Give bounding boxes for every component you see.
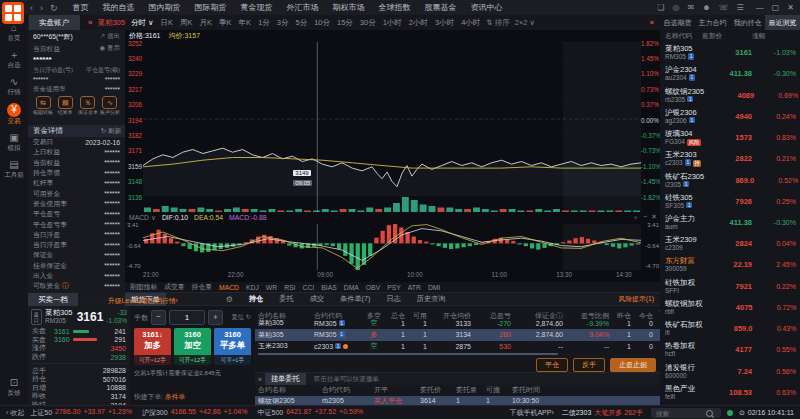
quote-row[interactable]: 铁矿石2305i23051869.00.52%: [660, 169, 800, 190]
quote-row[interactable]: 沪金2304au23041411.38-0.30%: [660, 63, 800, 84]
symbol-label[interactable]: 菜粕305: [97, 18, 125, 28]
period-周K[interactable]: 周K: [179, 18, 194, 28]
order-button-平多单[interactable]: 3160平多单: [214, 328, 251, 355]
quote-row[interactable]: 玉米2309c230928240.04%: [660, 233, 800, 254]
macd-tool-icon[interactable]: ＋: [632, 213, 639, 223]
show-toggle[interactable]: ◉ 显示: [100, 44, 120, 53]
period-季K[interactable]: 季K: [218, 18, 233, 28]
workspace-icon[interactable]: ❏: [657, 3, 664, 12]
depth-board-icon[interactable]: 盘口: [31, 309, 42, 325]
trade-tab-委托[interactable]: 委托: [271, 294, 301, 304]
trade-tab-日志[interactable]: 日志: [378, 294, 408, 304]
minimize-button[interactable]: —: [756, 3, 764, 12]
sidebar-item-watchlist[interactable]: ＋自选: [0, 49, 28, 69]
indicator-tab-持仓量[interactable]: 持仓量: [192, 282, 212, 292]
menu-item-6[interactable]: 外汇市场: [280, 2, 326, 13]
macd-plot[interactable]: [143, 224, 641, 270]
position-row[interactable]: 菜粕305RM3051空113133-2702,874.60-9.39%100: [255, 318, 660, 330]
service-icon[interactable]: ☏: [719, 3, 729, 12]
trade-tab-条件单(7)[interactable]: 条件单(7): [332, 294, 378, 304]
quote-row[interactable]: 硅铁305SF305179260.25%: [660, 191, 800, 212]
period-30分[interactable]: 30分: [359, 18, 377, 28]
expand-right-icon[interactable]: »: [650, 18, 654, 27]
indicator-tab-OBV[interactable]: OBV: [366, 284, 380, 291]
indicator-tab-DMI[interactable]: DMI: [428, 284, 440, 291]
price-plot[interactable]: 3149 09:05: [143, 42, 641, 212]
indicator-tab-KDJ[interactable]: KDJ: [246, 284, 259, 291]
qty-plus-button[interactable]: ＋: [208, 310, 223, 325]
indicator-tab-BIAS[interactable]: BIAS: [321, 284, 337, 291]
account-action-账户分析[interactable]: ∿账户分析: [99, 96, 121, 116]
logout-button[interactable]: ↗ 退出: [100, 32, 120, 41]
back-icon[interactable]: ‹: [30, 3, 33, 13]
period-1分[interactable]: 1分: [257, 18, 271, 28]
collapse-statusbar-button[interactable]: ‹ 收起: [6, 408, 24, 418]
user-icon[interactable]: ☻: [702, 3, 710, 12]
restore-button[interactable]: ▢: [772, 3, 780, 12]
period-3小时[interactable]: 3小时: [434, 18, 455, 28]
collapse-icon[interactable]: «: [258, 376, 262, 383]
quote-row[interactable]: 沪金主力aum411.38-0.30%: [660, 212, 800, 233]
indicator-tab-MACD[interactable]: MACD: [219, 284, 239, 291]
app-logo[interactable]: [2, 2, 24, 24]
period-4小时[interactable]: 4小时: [460, 18, 481, 28]
refresh-button[interactable]: ↻ 刷新: [101, 125, 121, 137]
tab-real-account[interactable]: 实盘账户: [28, 15, 80, 30]
menu-item-10[interactable]: 资讯中心: [464, 2, 510, 13]
sidebar-item-home[interactable]: ⌂首页: [0, 22, 28, 42]
indicator-tab-DMA[interactable]: DMA: [344, 284, 359, 291]
quote-tab-最近浏览[interactable]: 最近浏览: [765, 15, 800, 30]
quote-row[interactable]: 浦发银行6000007.240.56%: [660, 361, 800, 382]
search-icon[interactable]: [706, 410, 713, 417]
quote-row[interactable]: 东方财富30005922.192.45%: [660, 254, 800, 275]
period-日K[interactable]: 日K: [160, 18, 175, 28]
collapse-left-icon[interactable]: «: [88, 18, 92, 27]
feedback-button[interactable]: ⊡ 反馈: [0, 377, 28, 397]
sort-button[interactable]: ⇅ 排序: [486, 18, 509, 28]
button-反手[interactable]: 反手: [573, 358, 605, 372]
account-action-结算单[interactable]: ▤结算单: [54, 96, 76, 116]
menu-item-2[interactable]: 我的自选: [96, 2, 142, 13]
indicator-tab-CCI[interactable]: CCI: [303, 284, 315, 291]
quote-row[interactable]: 热卷加权hcfi41770.55%: [660, 339, 800, 360]
quote-row[interactable]: 螺纹钢加权rbfi40750.72%: [660, 297, 800, 318]
button-平仓[interactable]: 平仓: [536, 358, 568, 372]
upgrade-level2-link[interactable]: 升级Level2看五档行情›: [108, 296, 178, 306]
order-button-加多[interactable]: 3161↓加多: [134, 328, 171, 355]
position-row[interactable]: 菜粕305RM3051多1131342602,874.609.04%100: [255, 329, 660, 341]
download-app-link[interactable]: 下载手机APP›: [509, 408, 553, 418]
menu-item-1[interactable]: 首页: [66, 2, 96, 13]
index-item[interactable]: 上证502786.30+33.97+1.23%: [30, 408, 132, 418]
ticker-symbol[interactable]: 二债2303: [562, 408, 592, 418]
period-1小时[interactable]: 1小时: [382, 18, 403, 28]
period-年K[interactable]: 年K: [238, 18, 253, 28]
period-分时[interactable]: 分时 ∨: [130, 18, 155, 28]
condition-order-link[interactable]: 条件单: [165, 393, 185, 400]
tab-level1-book[interactable]: 买卖一档: [28, 293, 78, 306]
qty-minus-button[interactable]: −: [151, 310, 166, 325]
indicator-tab-副图指标[interactable]: 副图指标: [130, 282, 157, 292]
period-月K[interactable]: 月K: [199, 18, 214, 28]
gear-icon[interactable]: ⚙: [226, 295, 233, 304]
risk-notice-link[interactable]: 风险提示(1): [619, 294, 655, 304]
refresh-icon[interactable]: ↻: [50, 3, 58, 13]
notification-icon[interactable]: ◎: [672, 3, 679, 12]
period-15分[interactable]: 15分: [336, 18, 354, 28]
tab-pending-orders[interactable]: 挂单委托: [265, 373, 306, 385]
menu-item-7[interactable]: 期权市场: [326, 2, 372, 13]
menu-item-8[interactable]: 全球指数: [372, 2, 418, 13]
period-3分[interactable]: 3分: [276, 18, 290, 28]
qty-input[interactable]: 1: [169, 310, 205, 325]
quote-tab-我的持仓[interactable]: 我的持仓: [730, 15, 765, 30]
menu-item-9[interactable]: 股票基金: [418, 2, 464, 13]
list-icon[interactable]: ☰: [737, 3, 744, 12]
reset-button[interactable]: 复位 ↻: [231, 313, 251, 322]
close-button[interactable]: ✕: [787, 3, 794, 12]
search-input[interactable]: [654, 409, 704, 418]
period-10分[interactable]: 10分: [313, 18, 331, 28]
forward-icon[interactable]: ›: [40, 3, 43, 13]
info-icon[interactable]: ⓘ: [60, 282, 69, 289]
indicator-tab-ATR[interactable]: ATR: [408, 284, 421, 291]
index-item[interactable]: 中证5006421.87+37.52+0.59%: [257, 408, 363, 418]
indicator-tab-RSI[interactable]: RSI: [284, 284, 295, 291]
